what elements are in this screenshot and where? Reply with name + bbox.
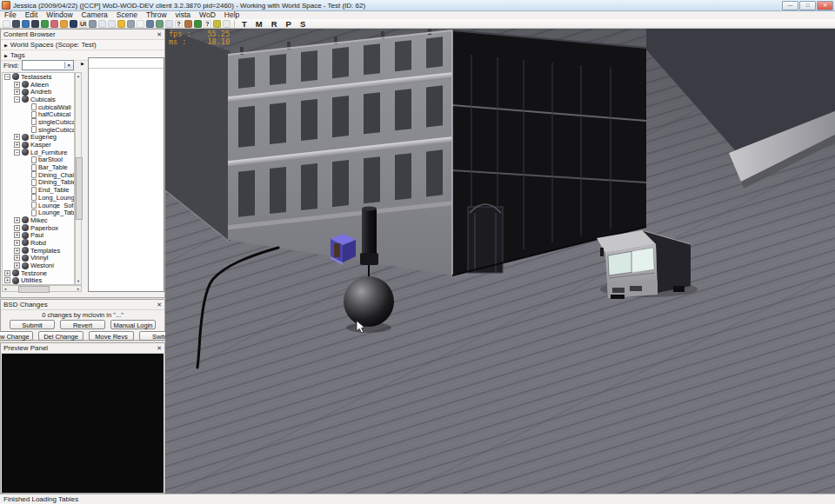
tree-item[interactable]: Robd — [3, 239, 74, 247]
tree-expander-icon[interactable] — [14, 96, 20, 103]
tree-item[interactable]: Andreb — [3, 88, 74, 96]
tree-expander-icon[interactable] — [14, 89, 20, 95]
maximize-button[interactable]: □ — [799, 1, 816, 10]
tree-item[interactable]: Vinnyl — [3, 255, 74, 262]
orange-list-icon[interactable] — [60, 20, 68, 28]
globe-icon[interactable] — [89, 20, 97, 28]
tree-expander-icon[interactable] — [23, 164, 30, 170]
scroll-down-icon[interactable]: ▼ — [76, 278, 81, 284]
preview-canvas[interactable] — [2, 354, 164, 493]
tree-item[interactable]: Aileen — [3, 81, 74, 89]
green-asset-icon[interactable] — [41, 20, 49, 28]
close-icon[interactable] — [157, 301, 162, 308]
scrollbar-thumb[interactable] — [18, 286, 50, 293]
selection-box-icon[interactable] — [137, 20, 144, 28]
tree-expander-icon[interactable] — [4, 270, 10, 276]
tree-item[interactable]: barStool — [3, 156, 74, 164]
tree-item[interactable]: Dining_Table — [3, 179, 74, 187]
minimize-button[interactable]: — — [782, 1, 798, 10]
tree-item[interactable]: Bar_Table — [3, 163, 74, 171]
tree-expander-icon[interactable] — [14, 255, 20, 261]
content-browser-header[interactable]: Content Browser — [1, 30, 164, 40]
chevron-down-icon[interactable]: ▼ — [64, 62, 73, 69]
tree-expander-icon[interactable] — [14, 225, 20, 231]
menu-item[interactable]: WoD — [195, 11, 220, 19]
close-icon[interactable] — [157, 344, 162, 352]
tree-expander-icon[interactable] — [23, 156, 30, 162]
tree-vertical-scrollbar[interactable]: ▲ ▼ — [75, 72, 82, 285]
find-combobox[interactable]: ▼ — [22, 60, 74, 70]
menu-item[interactable]: Edit — [21, 11, 43, 19]
tree-item[interactable]: Ld_Furniture — [3, 149, 74, 156]
save-icon[interactable] — [31, 20, 39, 28]
mode-button[interactable]: R — [267, 19, 282, 29]
3d-viewport[interactable]: fps :55.25 ms :18.10 — [165, 29, 835, 494]
menu-item[interactable]: Camera — [77, 11, 112, 19]
tree-expander-icon[interactable] — [23, 104, 30, 110]
clock-icon[interactable] — [165, 20, 173, 28]
tree-item[interactable]: Kasper — [3, 141, 74, 149]
bsd-button[interactable]: Revert — [60, 320, 105, 329]
tree-item[interactable]: End_Table — [3, 186, 74, 194]
tree-item[interactable]: cubicalWall — [3, 103, 74, 111]
tree-item[interactable]: Mikec — [3, 216, 74, 224]
tree-expander-icon[interactable] — [4, 74, 10, 80]
mode-button[interactable]: P — [282, 19, 296, 29]
grid-icon[interactable] — [98, 20, 106, 28]
tree-expander-icon[interactable] — [14, 240, 20, 246]
tree-item[interactable]: Cubicals — [3, 96, 74, 103]
tree-item[interactable]: Templates — [3, 247, 74, 255]
bsd-button[interactable]: Move Revs — [89, 331, 134, 341]
mode-button[interactable]: M — [251, 19, 267, 29]
mode-button[interactable]: S — [296, 19, 310, 29]
gem-icon[interactable] — [213, 20, 221, 28]
scroll-right-icon[interactable]: ► — [76, 286, 81, 292]
tree-icon[interactable] — [194, 20, 202, 28]
help-alt-icon[interactable]: ? — [204, 20, 211, 28]
tree-item[interactable]: Dining_Chair — [3, 171, 74, 179]
menu-item[interactable]: Scene — [112, 11, 142, 19]
help-icon[interactable]: ? — [175, 20, 183, 28]
tree-expander-icon[interactable] — [14, 149, 20, 156]
tree-item[interactable]: singleCubical — [3, 126, 74, 134]
tree-horizontal-scrollbar[interactable]: ◄ ► — [2, 285, 82, 292]
tree-item[interactable]: singleCubical — [3, 118, 74, 126]
tree-item[interactable]: Lounge_Table — [3, 209, 74, 216]
scroll-up-icon[interactable]: ▲ — [76, 73, 81, 79]
bsd-button[interactable]: Manual Login — [110, 320, 156, 329]
bsd-changes-header[interactable]: BSD Changes — [1, 300, 164, 310]
tree-item[interactable]: Paul — [3, 231, 74, 239]
bsd-button[interactable]: Submit — [10, 320, 55, 329]
tree-expander-icon[interactable] — [23, 209, 30, 216]
asset-list[interactable] — [88, 57, 164, 292]
tree-item[interactable]: halfCubical — [3, 110, 74, 118]
mode-button[interactable]: T — [237, 19, 251, 29]
avatar-exit-icon[interactable] — [156, 20, 164, 28]
tree-expander-icon[interactable] — [14, 134, 20, 140]
table-grid-icon[interactable] — [108, 20, 116, 28]
camera-dark-icon[interactable] — [12, 20, 20, 28]
circle-icon[interactable] — [223, 20, 230, 28]
world-icon[interactable] — [127, 20, 135, 28]
scroll-left-icon[interactable]: ◄ — [3, 286, 8, 292]
world-spaces-section[interactable]: World Spaces (Scope: Test) — [1, 40, 164, 50]
close-button[interactable]: ✕ — [817, 1, 833, 10]
avatar-enter-icon[interactable] — [146, 20, 154, 28]
tree-expander-icon[interactable] — [14, 248, 20, 254]
tree-expander-icon[interactable] — [23, 119, 30, 125]
sun-icon[interactable] — [117, 20, 125, 28]
menu-item[interactable]: vista — [171, 11, 195, 19]
tree-item[interactable]: Westoni — [3, 262, 74, 269]
tree-expander-icon[interactable] — [23, 187, 30, 193]
tree-expander-icon[interactable] — [14, 82, 20, 88]
tree-expander-icon[interactable] — [23, 195, 30, 201]
tree-item[interactable]: Testassets — [3, 73, 74, 81]
camera-blue-icon[interactable] — [22, 20, 30, 28]
menu-item[interactable]: Window — [42, 11, 77, 19]
tree-expander-icon[interactable] — [4, 277, 10, 283]
menu-item[interactable]: Throw — [142, 11, 171, 19]
tree-expander-icon[interactable] — [14, 142, 20, 148]
tree-expander-icon[interactable] — [23, 172, 30, 178]
tree-item[interactable]: Testzone — [3, 269, 74, 277]
tree-expander-icon[interactable] — [23, 179, 30, 185]
